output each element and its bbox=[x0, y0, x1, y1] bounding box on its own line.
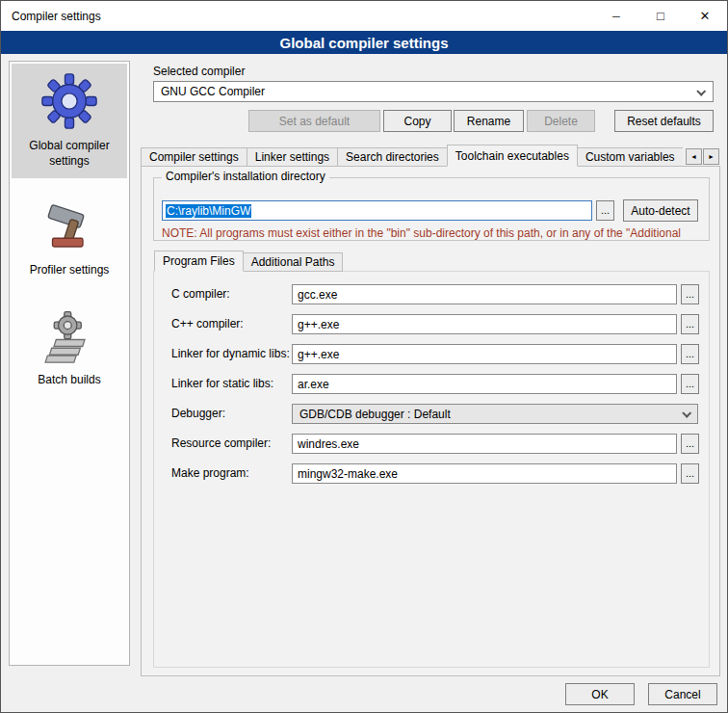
batch-gear-icon bbox=[42, 309, 96, 366]
tab-custom-variables[interactable]: Custom variables bbox=[577, 147, 683, 167]
field-row-cpp-compiler: C++ compiler: ... bbox=[154, 314, 709, 334]
sidebar-item-label: Global compiler settings bbox=[13, 139, 125, 169]
titlebar: Compiler settings ─ □ ✕ bbox=[1, 1, 727, 31]
linker-dynamic-label: Linker for dynamic libs: bbox=[171, 347, 290, 360]
field-row-make-program: Make program: ... bbox=[154, 463, 709, 484]
cancel-button[interactable]: Cancel bbox=[648, 683, 717, 705]
linker-static-label: Linker for static libs: bbox=[171, 377, 273, 390]
resource-compiler-browse-button[interactable]: ... bbox=[681, 434, 699, 454]
field-row-linker-dynamic: Linker for dynamic libs: ... bbox=[154, 344, 709, 364]
selected-compiler-combobox[interactable]: GNU GCC Compiler bbox=[153, 81, 714, 102]
category-sidebar: Global compiler settings Profiler settin… bbox=[9, 61, 130, 666]
rename-button[interactable]: Rename bbox=[454, 110, 524, 132]
chevron-down-icon bbox=[696, 87, 706, 96]
sidebar-item-global-compiler-settings[interactable]: Global compiler settings bbox=[12, 64, 127, 178]
minimize-button[interactable]: ─ bbox=[594, 1, 638, 31]
auto-detect-button[interactable]: Auto-detect bbox=[623, 199, 698, 222]
settings-tab-strip: Compiler settings Linker settings Search… bbox=[141, 145, 683, 167]
c-compiler-browse-button[interactable]: ... bbox=[681, 284, 699, 304]
tab-program-files[interactable]: Program Files bbox=[154, 251, 244, 272]
field-row-debugger: Debugger: GDB/CDB debugger : Default bbox=[154, 404, 709, 424]
sidebar-item-profiler-settings[interactable]: Profiler settings bbox=[12, 190, 127, 288]
tab-toolchain-executables[interactable]: Toolchain executables bbox=[447, 145, 578, 167]
make-program-input[interactable] bbox=[292, 463, 677, 484]
program-files-page: C compiler: ... C++ compiler: ... Linker… bbox=[153, 271, 710, 668]
cpp-compiler-browse-button[interactable]: ... bbox=[681, 314, 699, 334]
tab-additional-paths[interactable]: Additional Paths bbox=[243, 252, 344, 272]
sidebar-item-label: Batch builds bbox=[38, 373, 100, 388]
tab-scroll-left-button[interactable]: ◄ bbox=[686, 148, 702, 165]
window-title: Compiler settings bbox=[1, 10, 101, 23]
ok-button[interactable]: OK bbox=[565, 683, 635, 705]
sidebar-item-label: Profiler settings bbox=[30, 263, 110, 278]
selected-compiler-label: Selected compiler bbox=[153, 65, 245, 78]
c-compiler-input[interactable] bbox=[292, 284, 677, 304]
toolchain-executables-panel: Compiler's installation directory C:\ray… bbox=[141, 166, 720, 676]
make-program-label: Make program: bbox=[171, 466, 249, 480]
installation-directory-input[interactable]: C:\raylib\MinGW bbox=[162, 200, 592, 221]
sidebar-item-batch-builds[interactable]: Batch builds bbox=[12, 300, 127, 398]
field-row-c-compiler: C compiler: ... bbox=[154, 284, 709, 304]
compiler-settings-window: Compiler settings ─ □ ✕ Global compiler … bbox=[0, 0, 728, 713]
selected-compiler-value: GNU GCC Compiler bbox=[161, 85, 265, 98]
resource-compiler-input[interactable] bbox=[292, 434, 677, 454]
chevron-down-icon bbox=[682, 409, 691, 418]
linker-dynamic-browse-button[interactable]: ... bbox=[681, 344, 699, 364]
c-compiler-label: C compiler: bbox=[171, 287, 230, 301]
dialog-header: Global compiler settings bbox=[1, 31, 727, 54]
delete-button: Delete bbox=[527, 110, 595, 132]
set-as-default-button: Set as default bbox=[248, 110, 380, 132]
maximize-button[interactable]: □ bbox=[638, 1, 683, 31]
gear-blue-icon bbox=[41, 73, 97, 132]
linker-static-input[interactable] bbox=[292, 374, 677, 394]
tab-search-directories[interactable]: Search directories bbox=[337, 147, 448, 167]
make-program-browse-button[interactable]: ... bbox=[681, 463, 699, 484]
cpp-compiler-label: C++ compiler: bbox=[171, 317, 244, 330]
field-row-linker-static: Linker for static libs: ... bbox=[154, 374, 709, 394]
linker-static-browse-button[interactable]: ... bbox=[681, 374, 699, 394]
debugger-combobox[interactable]: GDB/CDB debugger : Default bbox=[292, 404, 698, 424]
installation-directory-value: C:\raylib\MinGW bbox=[166, 204, 251, 218]
profiler-tool-icon bbox=[42, 199, 96, 256]
debugger-label: Debugger: bbox=[171, 407, 225, 420]
reset-defaults-button[interactable]: Reset defaults bbox=[614, 110, 714, 132]
installation-note: NOTE: All programs must exist either in … bbox=[162, 226, 693, 240]
close-button[interactable]: ✕ bbox=[683, 1, 727, 31]
cpp-compiler-input[interactable] bbox=[292, 314, 677, 334]
copy-button[interactable]: Copy bbox=[383, 110, 452, 132]
tab-linker-settings[interactable]: Linker settings bbox=[247, 147, 338, 167]
installation-directory-browse-button[interactable]: ... bbox=[596, 200, 614, 221]
resource-compiler-label: Resource compiler: bbox=[171, 436, 271, 450]
debugger-value: GDB/CDB debugger : Default bbox=[299, 408, 451, 421]
program-files-tab-strip: Program Files Additional Paths bbox=[154, 251, 342, 272]
tab-compiler-settings[interactable]: Compiler settings bbox=[141, 147, 247, 167]
linker-dynamic-input[interactable] bbox=[292, 344, 677, 364]
field-row-resource-compiler: Resource compiler: ... bbox=[154, 434, 709, 454]
installation-directory-legend: Compiler's installation directory bbox=[162, 170, 329, 183]
tab-scroll-right-button[interactable]: ► bbox=[703, 148, 719, 165]
window-controls: ─ □ ✕ bbox=[594, 1, 727, 31]
